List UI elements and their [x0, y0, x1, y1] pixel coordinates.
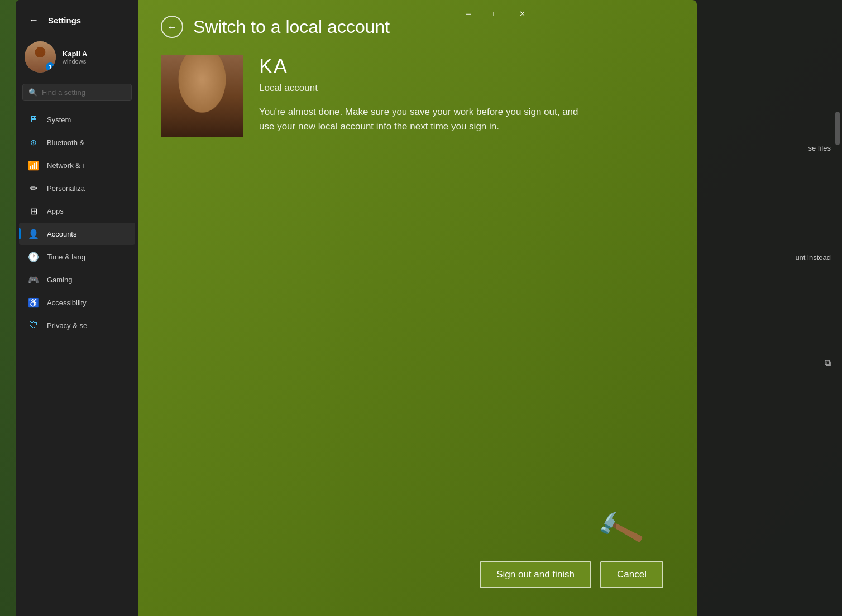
search-box[interactable]: 🔍 Find a setting	[22, 84, 132, 101]
gaming-icon: 🎮	[28, 274, 39, 285]
sidebar-item-label-personalization: Personaliza	[47, 184, 85, 192]
notification-badge: 1	[46, 62, 55, 71]
sidebar-item-gaming[interactable]: 🎮 Gaming	[19, 268, 135, 291]
time-icon: 🕐	[28, 251, 39, 262]
sidebar: ← Settings 1 Kapil A windows 🔍 Find a se…	[16, 0, 138, 616]
sidebar-item-time[interactable]: 🕐 Time & lang	[19, 246, 135, 268]
sidebar-item-personalization[interactable]: ✏ Personaliza	[19, 177, 135, 199]
scrollbar-thumb[interactable]	[835, 112, 840, 145]
sidebar-item-label-time: Time & lang	[47, 253, 85, 261]
sidebar-item-label-privacy: Privacy & se	[47, 321, 87, 330]
sidebar-item-label-accessibility: Accessibility	[47, 299, 87, 307]
user-info: Kapil A windows	[63, 50, 130, 65]
sidebar-item-apps[interactable]: ⊞ Apps	[19, 200, 135, 222]
dialog-header: ← Switch to a local account	[138, 0, 697, 49]
settings-window: ← Settings 1 Kapil A windows 🔍 Find a se…	[16, 0, 697, 616]
sidebar-item-network[interactable]: 📶 Network & i	[19, 154, 135, 176]
close-icon: ✕	[519, 9, 525, 18]
hammer-icon: 🔨	[594, 503, 647, 555]
profile-account-type: Local account	[259, 83, 594, 94]
window-controls: ─ □ ✕	[456, 4, 535, 22]
sidebar-item-label-accounts: Accounts	[47, 230, 76, 238]
accounts-icon: 👤	[28, 228, 39, 239]
sidebar-item-label-apps: Apps	[47, 207, 64, 215]
minimize-button[interactable]: ─	[456, 4, 481, 22]
dialog-back-button[interactable]: ←	[161, 16, 183, 38]
profile-description: You're almost done. Make sure you save y…	[259, 105, 594, 133]
system-icon: 🖥	[28, 114, 39, 125]
sign-out-button[interactable]: Sign out and finish	[480, 561, 591, 588]
user-section[interactable]: 1 Kapil A windows	[16, 35, 138, 79]
sidebar-item-bluetooth[interactable]: ⊛ Bluetooth &	[19, 131, 135, 153]
avatar: 1	[25, 41, 56, 73]
sidebar-item-accessibility[interactable]: ♿ Accessibility	[19, 291, 135, 314]
sidebar-header: ← Settings	[16, 6, 138, 35]
switch-account-dialog: ← Switch to a local account KA Local acc…	[138, 0, 697, 616]
search-icon: 🔍	[28, 88, 37, 97]
profile-photo	[161, 55, 243, 137]
sidebar-back-button[interactable]: ←	[25, 11, 42, 29]
accessibility-icon: ♿	[28, 297, 39, 308]
privacy-icon: 🛡	[28, 320, 39, 331]
close-button[interactable]: ✕	[509, 4, 535, 22]
personalization-icon: ✏	[28, 182, 39, 194]
user-subtitle: windows	[63, 58, 130, 65]
minimize-icon: ─	[466, 9, 471, 18]
nav-items: 🖥 System ⊛ Bluetooth & 📶 Network & i ✏ P…	[16, 105, 138, 616]
back-arrow-icon: ←	[166, 21, 178, 33]
sidebar-item-label-network: Network & i	[47, 161, 84, 170]
apps-icon: ⊞	[28, 205, 39, 216]
network-icon: 📶	[28, 160, 39, 171]
sidebar-item-privacy[interactable]: 🛡 Privacy & se	[19, 314, 135, 336]
dialog-body: KA Local account You're almost done. Mak…	[138, 49, 697, 143]
search-placeholder: Find a setting	[42, 88, 85, 97]
sidebar-item-label-system: System	[47, 116, 71, 124]
maximize-icon: □	[493, 9, 497, 18]
bluetooth-icon: ⊛	[28, 137, 39, 148]
sidebar-item-accounts[interactable]: 👤 Accounts	[19, 223, 135, 245]
dialog-footer: Sign out and finish Cancel	[480, 561, 663, 588]
sidebar-title: Settings	[48, 16, 81, 25]
partial-text-files: se files	[808, 144, 831, 152]
profile-info: KA Local account You're almost done. Mak…	[259, 55, 594, 133]
dialog-title: Switch to a local account	[193, 17, 390, 37]
sidebar-item-label-bluetooth: Bluetooth &	[47, 138, 84, 147]
sidebar-item-label-gaming: Gaming	[47, 276, 73, 284]
sidebar-item-system[interactable]: 🖥 System	[19, 108, 135, 131]
maximize-button[interactable]: □	[482, 4, 508, 22]
cancel-button[interactable]: Cancel	[600, 561, 663, 588]
user-name: Kapil A	[63, 50, 130, 58]
right-partial-panel: se files unt instead ⧉	[686, 0, 842, 616]
partial-text-account: unt instead	[795, 253, 831, 262]
person-photo	[161, 55, 243, 137]
profile-initials: KA	[259, 55, 594, 78]
external-link-icon: ⧉	[825, 358, 831, 368]
